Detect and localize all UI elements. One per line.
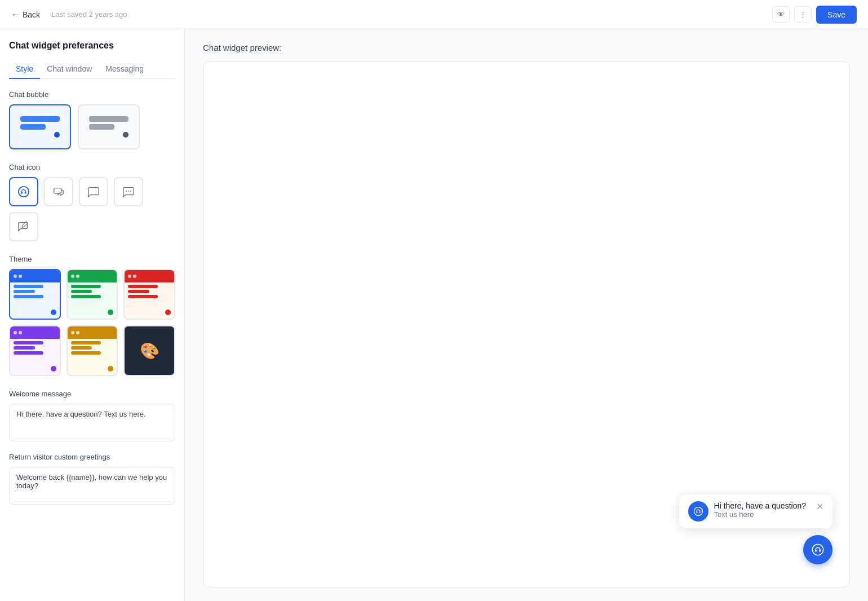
close-icon[interactable]: ✕ [816,501,823,512]
tab-style[interactable]: Style [9,60,40,79]
agent-chat-icon [17,185,30,198]
theme-green-content [68,282,117,300]
bubble-options [9,104,175,149]
bubble-option-outline[interactable] [78,104,140,149]
svg-point-9 [812,544,823,555]
message-icon [87,185,100,198]
fab-agent-icon [811,542,825,557]
purple-bar-1 [14,341,43,344]
save-button[interactable]: Save [816,6,857,24]
theme-dot-yellow [108,366,113,372]
chat-avatar [688,501,708,522]
yellow-bar-3 [71,351,101,355]
red-bar-2 [128,290,149,293]
theme-red-header [125,270,174,282]
header-dot-r2 [133,275,136,278]
welcome-message-label: Welcome message [9,390,175,398]
bubble-style-filled [16,112,64,142]
speech-dots-icon [122,185,135,198]
yellow-bar-2 [71,346,92,350]
sidebar: Chat widget preferances Style Chat windo… [0,29,185,601]
main-content: Chat widget preview: Hi there, have a qu… [185,29,868,601]
svg-point-6 [694,507,702,516]
svg-point-3 [126,191,127,192]
theme-option-custom[interactable]: 🎨 [123,325,175,376]
msg-bar-2 [14,290,35,293]
chat-bubble-preview: Hi there, have a question? Text us here … [679,494,832,564]
theme-grid: 🎨 [9,269,175,376]
compose-icon [17,220,30,233]
preview-icon-button[interactable]: 👁 [772,6,790,23]
svg-rect-11 [819,550,821,552]
theme-blue-header [10,270,60,282]
theme-dot-green [108,310,113,315]
msg-bar-1 [14,285,43,288]
svg-rect-10 [815,550,817,552]
chat-popup-text: Hi there, have a question? Text us here [714,501,806,519]
bubble-dot [54,132,60,138]
header-dot-2 [19,275,22,278]
theme-option-red[interactable] [123,269,175,320]
icon-option-message[interactable] [79,177,108,206]
icon-option-speech-dots[interactable] [114,177,143,206]
return-visitor-input[interactable] [9,467,175,505]
theme-option-green[interactable] [67,269,118,320]
theme-yellow-content [68,339,117,357]
welcome-message-input[interactable] [9,404,175,441]
theme-dot-purple [51,366,56,372]
svg-rect-2 [25,192,26,194]
more-options-button[interactable]: ⋮ [794,6,812,23]
palette-icon: 🎨 [140,342,160,360]
header-dot-g2 [76,275,79,278]
header-dot-p1 [14,331,17,334]
green-bar-1 [71,285,101,288]
bubble-option-filled[interactable] [9,104,71,149]
tabs: Style Chat window Messaging [9,60,175,79]
svg-rect-1 [21,192,23,194]
bubble-bar-gray-1 [89,116,129,122]
bubble-bar-1 [20,116,60,122]
chat-popup-title: Hi there, have a question? [714,501,806,510]
svg-point-4 [128,191,129,192]
bubble-bar-gray-2 [89,124,114,130]
yellow-bar-1 [71,341,101,344]
avatar-icon [693,506,704,517]
icon-options [9,177,175,241]
icon-option-agent[interactable] [9,177,38,206]
tab-messaging[interactable]: Messaging [99,60,150,79]
theme-purple-content [10,339,60,357]
svg-point-0 [19,187,29,197]
topbar-right: 👁 ⋮ Save [772,6,857,24]
theme-red-content [125,282,174,300]
layout: Chat widget preferances Style Chat windo… [0,29,868,601]
theme-dot-red [165,310,171,315]
chat-bubble-label: Chat bubble [9,90,175,99]
green-bar-2 [71,290,92,293]
header-dot-p2 [19,331,22,334]
back-label: Back [23,10,40,19]
theme-green-header [68,270,117,282]
return-visitor-label: Return visitor custom greetings [9,453,175,461]
theme-option-yellow[interactable] [67,325,118,376]
header-dot-g1 [71,275,74,278]
purple-bar-3 [14,351,43,355]
green-bar-3 [71,295,101,298]
icon-option-chat-bubbles[interactable] [44,177,73,206]
theme-option-purple[interactable] [9,325,61,376]
chat-fab-button[interactable] [803,535,832,564]
back-button[interactable]: ← Back [11,10,40,20]
preview-label: Chat widget preview: [203,43,850,52]
red-bar-1 [128,285,158,288]
bubble-bar-2 [20,124,46,130]
svg-rect-7 [696,511,697,513]
purple-bar-2 [14,346,35,350]
tab-chat-window[interactable]: Chat window [40,60,99,79]
theme-blue-content [10,282,60,300]
last-saved-text: Last saved 2 years ago [51,10,127,19]
chat-popup: Hi there, have a question? Text us here … [679,494,832,528]
icon-option-compose[interactable] [9,212,38,241]
header-dot-y1 [71,331,74,334]
theme-option-blue[interactable] [9,269,61,320]
red-bar-3 [128,295,158,298]
theme-label: Theme [9,255,175,263]
